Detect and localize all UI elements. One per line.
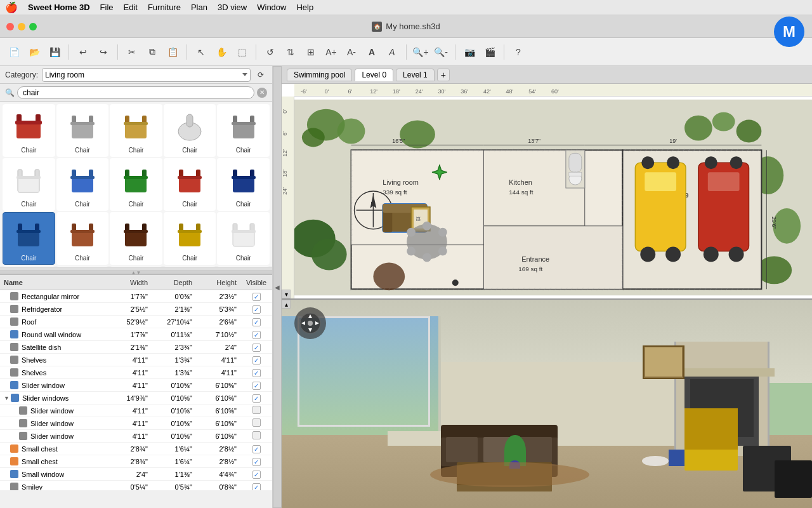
furniture-item-chair-14[interactable]: Chair [164,212,216,265]
zoom-out-button[interactable]: 🔍- [432,43,450,61]
furniture-item-chair-6[interactable]: Chair [3,158,55,211]
list-row[interactable]: Rectangular mirror 1'7⅞" 0'0⅜" 2'3½" ✓ [0,290,272,303]
save-button[interactable]: 💾 [46,43,63,61]
panel-collapse-handle[interactable]: ◀ [273,66,282,508]
3d-nav-control[interactable] [294,307,326,339]
view3d-area[interactable]: ▴ [282,298,812,508]
search-clear-button[interactable]: ✕ [257,88,267,98]
list-row[interactable]: Slider window 4'11" 0'10⅝" 6'10⅝" [0,404,272,417]
list-row[interactable]: Smiley 0'5¼" 0'5¾" 0'8¾" ✓ [0,481,272,490]
menu-file[interactable]: File [100,3,114,12]
collapse-fp-handle[interactable]: ▾ [282,290,291,298]
video-button[interactable]: 🎬 [481,43,499,61]
list-row[interactable]: ▼ Slider windows 14'9⅞" 0'10⅝" 6'10⅝" ✓ [0,392,272,404]
undo-button[interactable]: ↩ [74,43,92,61]
rotate-button[interactable]: ↺ [261,43,279,61]
menu-3dview[interactable]: 3D view [218,3,247,12]
row-visible[interactable]: ✓ [240,330,272,339]
flip-button[interactable]: ⇅ [282,43,299,61]
menu-window[interactable]: Window [257,3,286,12]
tab-add-button[interactable]: + [437,69,450,81]
apple-menu[interactable]: 🍎 [5,1,18,13]
floorplan-area[interactable]: -6' 0' 6' 12' 18' 24' 30' 36' 42' 48' 54… [282,84,812,298]
paste-button[interactable]: 📋 [164,43,181,61]
select-button[interactable]: ↖ [192,43,210,61]
col-depth[interactable]: Depth [152,279,196,286]
row-visible[interactable]: ✓ [240,457,272,466]
menu-edit[interactable]: Edit [124,3,138,12]
row-visible[interactable]: ✓ [240,305,272,314]
decrease-button[interactable]: A- [343,43,360,61]
zoom-area-button[interactable]: ⬚ [233,43,251,61]
list-row[interactable]: Slider window 4'11" 0'10⅝" 6'10⅝" [0,430,272,443]
furniture-item-chair-8[interactable]: Chair [110,158,162,211]
furniture-item-chair-15[interactable]: Chair [217,212,270,265]
list-row[interactable]: Refridgerator 2'5½" 2'1⅜" 5'3¾" ✓ [0,303,272,316]
furniture-item-chair-10[interactable]: Chair [217,158,270,211]
pan-button[interactable]: ✋ [213,43,230,61]
furniture-item-chair-11[interactable]: Chair [3,212,55,265]
furniture-item-chair-4[interactable]: Chair [164,104,216,157]
list-row[interactable]: Satellite dish 2'1⅜" 2'3¾" 2'4" ✓ [0,341,272,354]
copy-button[interactable]: ⧉ [143,43,161,61]
row-visible[interactable]: ✓ [240,381,272,390]
tab-swimming-pool[interactable]: Swimming pool [287,69,352,81]
align-button[interactable]: ⊞ [302,43,320,61]
collapse-3d-handle[interactable]: ▴ [282,300,291,309]
list-row[interactable]: Small chest 2'8¾" 1'6¼" 2'8½" ✓ [0,443,272,455]
minimize-button[interactable] [18,23,25,30]
bold-button[interactable]: A [363,43,381,61]
open-button[interactable]: 📂 [25,43,43,61]
list-row[interactable]: Small chest 2'8¾" 1'6¼" 2'8½" ✓ [0,455,272,468]
furniture-item-chair-12[interactable]: Chair [56,212,109,265]
row-visible[interactable]: ✓ [240,483,272,491]
furniture-item-chair-3[interactable]: Chair [110,104,162,157]
list-row[interactable]: Round wall window 1'7⅞" 0'11⅛" 7'10½" ✓ [0,328,272,341]
row-visible[interactable] [240,418,272,429]
redo-button[interactable]: ↪ [95,43,112,61]
col-width[interactable]: Width [107,279,152,286]
row-visible[interactable]: ✓ [240,470,272,479]
furniture-item-chair-9[interactable]: Chair [164,158,216,211]
row-visible[interactable] [240,406,272,416]
row-visible[interactable]: ✓ [240,368,272,377]
list-row[interactable]: Slider window 4'11" 0'10⅝" 6'10⅝" ✓ [0,379,272,392]
list-row[interactable]: Shelves 4'11" 1'3¾" 4'11" ✓ [0,366,272,379]
menu-furniture[interactable]: Furniture [148,3,181,12]
row-visible[interactable] [240,431,272,441]
col-visible[interactable]: Visible [240,279,272,286]
zoom-in-button[interactable]: 🔍+ [412,43,429,61]
list-row[interactable]: Small window 2'4" 1'1⅜" 4'4¾" ✓ [0,468,272,481]
search-input[interactable] [17,86,254,99]
cut-button[interactable]: ✂ [123,43,141,61]
photo-button[interactable]: 📷 [461,43,478,61]
list-row[interactable]: Shelves 4'11" 1'3¾" 4'11" ✓ [0,354,272,366]
furniture-item-chair-1[interactable]: Chair [3,104,55,157]
tab-level-0[interactable]: Level 0 [355,69,393,81]
list-row[interactable]: Slider window 4'11" 0'10⅝" 6'10⅝" [0,417,272,430]
menu-plan[interactable]: Plan [191,3,207,12]
category-refresh[interactable]: ⟳ [254,69,267,81]
row-visible[interactable]: ✓ [240,394,272,403]
col-height[interactable]: Height [196,279,240,286]
new-button[interactable]: 📄 [5,43,23,61]
row-visible[interactable]: ✓ [240,292,272,301]
row-visible[interactable]: ✓ [240,343,272,352]
category-select[interactable]: Living room [42,68,251,82]
close-button[interactable] [6,23,14,30]
furniture-item-chair-2[interactable]: Chair [56,104,109,157]
furniture-item-chair-13[interactable]: Chair [110,212,162,265]
row-visible[interactable]: ✓ [240,318,272,326]
tab-level-1[interactable]: Level 1 [396,69,435,81]
col-name[interactable]: Name [0,279,107,286]
row-visible[interactable]: ✓ [240,444,272,453]
furniture-item-chair-5[interactable]: Chair [217,104,270,157]
maximize-button[interactable] [29,23,37,30]
row-visible[interactable]: ✓ [240,356,272,364]
increase-button[interactable]: A+ [322,43,340,61]
italic-button[interactable]: A [383,43,401,61]
list-row[interactable]: Roof 52'9½" 27'10¼" 2'6⅛" ✓ [0,316,272,328]
furniture-item-chair-7[interactable]: Chair [56,158,109,211]
help-button[interactable]: ? [509,43,527,61]
menu-help[interactable]: Help [296,3,313,12]
